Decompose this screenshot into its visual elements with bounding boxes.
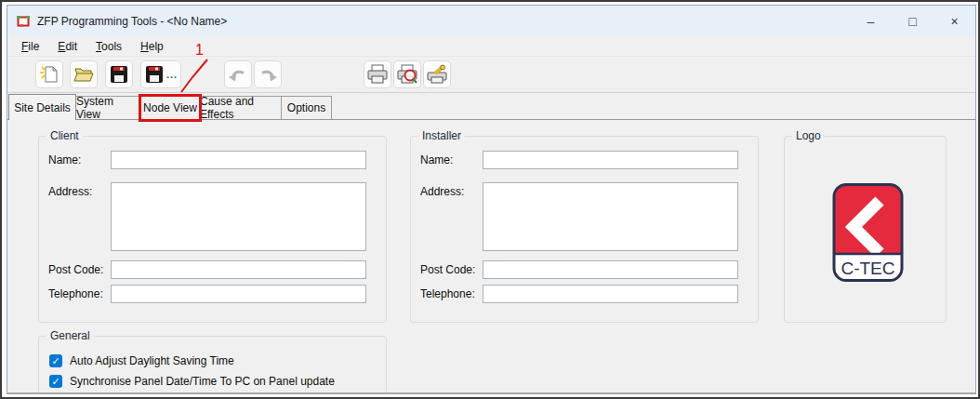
logo-group: Logo C-TEC: [784, 136, 947, 323]
print-icon: [366, 64, 389, 85]
minimize-button[interactable]: –: [850, 6, 892, 36]
menu-help[interactable]: Help: [131, 38, 173, 55]
menu-bar: File Edit Tools Help: [7, 36, 975, 57]
undo-arrow-icon: [227, 65, 249, 84]
client-postcode-label: Post Code:: [48, 263, 103, 276]
toolbar: ...: [7, 57, 975, 93]
print-preview-button[interactable]: [393, 60, 421, 88]
dst-checkbox-label: Auto Adjust Daylight Saving Time: [70, 354, 234, 367]
close-button[interactable]: ×: [934, 6, 975, 36]
open-folder-icon: [73, 64, 95, 85]
ctec-logo: C-TEC: [832, 183, 904, 282]
general-group-title: General: [46, 329, 94, 342]
print-preview-icon: [396, 64, 418, 85]
window-title: ZFP Programming Tools - <No Name>: [37, 15, 227, 28]
app-window: ZFP Programming Tools - <No Name> – □ × …: [7, 5, 976, 394]
save-as-floppy-icon: [144, 64, 165, 85]
installer-telephone-input[interactable]: [483, 285, 738, 303]
installer-postcode-label: Post Code:: [420, 263, 475, 276]
new-button[interactable]: [35, 60, 63, 88]
screenshot-frame: ZFP Programming Tools - <No Name> – □ × …: [0, 0, 980, 399]
logo-group-title: Logo: [792, 129, 825, 142]
tab-node-view[interactable]: Node View: [140, 96, 200, 119]
save-floppy-icon: [109, 64, 129, 85]
client-name-label: Name:: [48, 153, 81, 166]
tab-bar: Site Details System View Node View Cause…: [7, 93, 975, 120]
app-icon: [16, 14, 31, 29]
client-postcode-input[interactable]: [111, 260, 366, 279]
print-setup-icon: [426, 64, 448, 85]
print-setup-button[interactable]: [423, 60, 451, 88]
client-group: Client Name: Address: Post Code: Telepho…: [38, 136, 387, 323]
tab-system-view[interactable]: System View: [75, 96, 141, 119]
tab-options[interactable]: Options: [281, 96, 332, 119]
menu-file[interactable]: File: [12, 38, 48, 55]
save-button[interactable]: [105, 60, 133, 88]
undo-button[interactable]: [224, 60, 252, 88]
title-bar: ZFP Programming Tools - <No Name> – □ ×: [7, 6, 975, 36]
ctec-logo-text: C-TEC: [841, 259, 894, 278]
save-as-button[interactable]: ...: [140, 60, 181, 88]
client-address-label: Address:: [48, 185, 92, 198]
installer-group: Installer Name: Address: Post Code: Tele…: [410, 136, 759, 323]
tab-site-details[interactable]: Site Details: [8, 94, 76, 120]
menu-edit[interactable]: Edit: [48, 38, 86, 55]
maximize-button[interactable]: □: [892, 6, 934, 36]
client-group-title: Client: [46, 129, 83, 142]
open-button[interactable]: [70, 60, 98, 88]
sync-checkbox-row: ✓ Synchronise Panel Date/Time To PC on P…: [49, 375, 335, 388]
menu-tools[interactable]: Tools: [86, 38, 131, 55]
site-details-panel: Client Name: Address: Post Code: Telepho…: [7, 120, 975, 392]
sync-checkbox-label: Synchronise Panel Date/Time To PC on Pan…: [70, 375, 335, 388]
window-controls: – □ ×: [850, 6, 975, 36]
tab-cause-and-effects[interactable]: Cause and Effects: [199, 96, 282, 119]
installer-name-input[interactable]: [483, 151, 738, 169]
print-button[interactable]: [364, 60, 391, 88]
new-document-icon: [38, 64, 60, 85]
client-address-input[interactable]: [111, 182, 366, 251]
installer-name-label: Name:: [420, 153, 453, 166]
client-telephone-input[interactable]: [111, 285, 366, 303]
installer-telephone-label: Telephone:: [420, 287, 475, 300]
dst-checkbox[interactable]: ✓: [49, 354, 62, 367]
redo-arrow-icon: [257, 65, 279, 84]
installer-address-input[interactable]: [483, 182, 738, 251]
sync-checkbox[interactable]: ✓: [49, 375, 62, 388]
installer-address-label: Address:: [420, 185, 464, 198]
redo-button[interactable]: [254, 60, 282, 88]
installer-group-title: Installer: [418, 129, 465, 142]
general-group: General ✓ Auto Adjust Daylight Saving Ti…: [38, 336, 387, 392]
client-telephone-label: Telephone:: [48, 287, 103, 300]
tab-node-view-label: Node View: [143, 101, 197, 114]
save-as-ellipsis: ...: [166, 69, 178, 80]
installer-postcode-input[interactable]: [483, 260, 738, 279]
client-name-input[interactable]: [111, 151, 366, 169]
dst-checkbox-row: ✓ Auto Adjust Daylight Saving Time: [49, 354, 234, 367]
